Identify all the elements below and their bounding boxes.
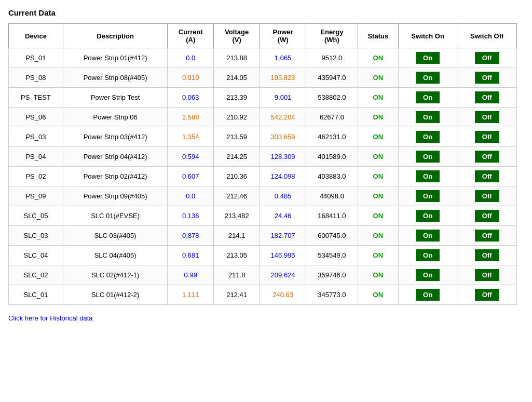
table-row: SLC_02 SLC 02(#412-1) 0.99 211.8 209.624…	[9, 265, 517, 285]
current-data-table: Device Description Current(A) Voltage(V)…	[8, 23, 517, 305]
cell-status: ON	[358, 285, 398, 305]
cell-voltage: 213.05	[214, 246, 260, 265]
col-switch-off: Switch Off	[457, 24, 517, 48]
cell-switch-off[interactable]: Off	[457, 246, 517, 265]
switch-off-button[interactable]: Off	[475, 210, 499, 222]
cell-switch-on[interactable]: On	[398, 127, 457, 147]
cell-voltage: 214.05	[214, 68, 260, 88]
cell-power: 542.204	[260, 108, 306, 127]
switch-on-button[interactable]: On	[416, 72, 440, 84]
cell-switch-off[interactable]: Off	[457, 48, 517, 68]
col-device: Device	[9, 24, 63, 48]
cell-current: 0.0	[168, 48, 214, 68]
cell-voltage: 214.1	[214, 226, 260, 246]
switch-off-button[interactable]: Off	[475, 190, 499, 202]
cell-switch-on[interactable]: On	[398, 206, 457, 226]
switch-off-button[interactable]: Off	[475, 72, 499, 84]
cell-energy: 44098.0	[306, 186, 358, 206]
switch-off-button[interactable]: Off	[475, 91, 499, 103]
switch-on-button[interactable]: On	[416, 249, 440, 261]
cell-switch-off[interactable]: Off	[457, 285, 517, 305]
cell-switch-on[interactable]: On	[398, 285, 457, 305]
cell-status: ON	[358, 147, 398, 167]
cell-power: 146.995	[260, 246, 306, 265]
col-current: Current(A)	[168, 24, 214, 48]
cell-switch-off[interactable]: Off	[457, 186, 517, 206]
switch-on-button[interactable]: On	[416, 111, 440, 123]
table-row: PS_03 Power Strip 03(#412) 1.354 213.59 …	[9, 127, 517, 147]
switch-off-button[interactable]: Off	[475, 52, 499, 64]
switch-on-button[interactable]: On	[416, 269, 440, 281]
cell-switch-off[interactable]: Off	[457, 206, 517, 226]
cell-switch-off[interactable]: Off	[457, 108, 517, 127]
cell-current: 1.354	[168, 127, 214, 147]
cell-description: Power Strip 03(#412)	[63, 127, 167, 147]
cell-switch-on[interactable]: On	[398, 246, 457, 265]
switch-off-button[interactable]: Off	[475, 289, 499, 301]
cell-status: ON	[358, 88, 398, 108]
cell-energy: 345773.0	[306, 285, 358, 305]
cell-switch-on[interactable]: On	[398, 265, 457, 285]
cell-current: 0.607	[168, 167, 214, 186]
col-voltage: Voltage(V)	[214, 24, 260, 48]
cell-device: SLC_01	[9, 285, 63, 305]
cell-current: 0.063	[168, 88, 214, 108]
cell-switch-on[interactable]: On	[398, 108, 457, 127]
switch-on-button[interactable]: On	[416, 131, 440, 143]
cell-switch-on[interactable]: On	[398, 167, 457, 186]
cell-description: SLC 01(#412-2)	[63, 285, 167, 305]
switch-on-button[interactable]: On	[416, 151, 440, 163]
switch-on-button[interactable]: On	[416, 190, 440, 202]
switch-on-button[interactable]: On	[416, 210, 440, 222]
cell-energy: 168411.0	[306, 206, 358, 226]
cell-switch-off[interactable]: Off	[457, 147, 517, 167]
cell-status: ON	[358, 108, 398, 127]
cell-description: Power Strip Test	[63, 88, 167, 108]
cell-power: 9.001	[260, 88, 306, 108]
switch-off-button[interactable]: Off	[475, 131, 499, 143]
switch-off-button[interactable]: Off	[475, 151, 499, 163]
cell-switch-off[interactable]: Off	[457, 167, 517, 186]
historical-data-link[interactable]: Click here for Historical data	[8, 314, 524, 322]
cell-power: 240.63	[260, 285, 306, 305]
cell-status: ON	[358, 48, 398, 68]
switch-off-button[interactable]: Off	[475, 269, 499, 281]
cell-switch-off[interactable]: Off	[457, 68, 517, 88]
cell-energy: 359746.0	[306, 265, 358, 285]
cell-switch-on[interactable]: On	[398, 186, 457, 206]
switch-on-button[interactable]: On	[416, 91, 440, 103]
cell-switch-on[interactable]: On	[398, 48, 457, 68]
cell-switch-on[interactable]: On	[398, 68, 457, 88]
cell-status: ON	[358, 167, 398, 186]
table-row: PS_09 Power Strip 09(#405) 0.0 212.46 0.…	[9, 186, 517, 206]
cell-status: ON	[358, 246, 398, 265]
cell-switch-on[interactable]: On	[398, 88, 457, 108]
cell-switch-off[interactable]: Off	[457, 265, 517, 285]
cell-power: 303.659	[260, 127, 306, 147]
cell-device: PS_09	[9, 186, 63, 206]
page-title: Current Data	[8, 8, 524, 17]
cell-switch-off[interactable]: Off	[457, 226, 517, 246]
cell-power: 209.624	[260, 265, 306, 285]
switch-off-button[interactable]: Off	[475, 230, 499, 242]
cell-device: SLC_03	[9, 226, 63, 246]
cell-voltage: 212.46	[214, 186, 260, 206]
cell-switch-on[interactable]: On	[398, 226, 457, 246]
switch-off-button[interactable]: Off	[475, 249, 499, 261]
cell-power: 1.065	[260, 48, 306, 68]
cell-switch-on[interactable]: On	[398, 147, 457, 167]
cell-switch-off[interactable]: Off	[457, 88, 517, 108]
switch-off-button[interactable]: Off	[475, 111, 499, 123]
cell-current: 0.681	[168, 246, 214, 265]
cell-energy: 62677.0	[306, 108, 358, 127]
cell-switch-off[interactable]: Off	[457, 127, 517, 147]
col-power: Power(W)	[260, 24, 306, 48]
switch-on-button[interactable]: On	[416, 230, 440, 242]
cell-status: ON	[358, 127, 398, 147]
switch-on-button[interactable]: On	[416, 170, 440, 182]
switch-on-button[interactable]: On	[416, 52, 440, 64]
switch-on-button[interactable]: On	[416, 289, 440, 301]
switch-off-button[interactable]: Off	[475, 170, 499, 182]
table-body: PS_01 Power Strip 01(#412) 0.0 213.88 1.…	[9, 48, 517, 305]
cell-voltage: 210.92	[214, 108, 260, 127]
